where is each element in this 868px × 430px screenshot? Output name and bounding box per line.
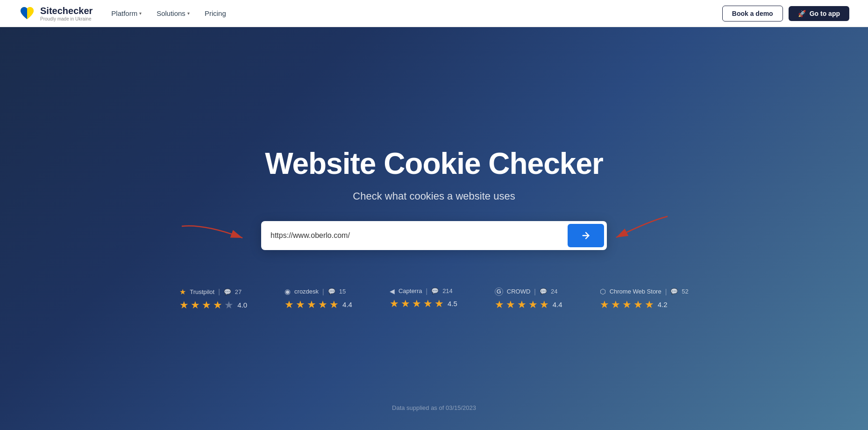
comment-icon: 💬 xyxy=(670,288,678,295)
rating-crozdesk: ◉ crozdesk | 💬 15 ★ ★ ★ ★ ★ 4.4 xyxy=(285,287,352,311)
rating-chrome-webstore: ⬡ Chrome Web Store | 💬 52 ★ ★ ★ ★ ★ 4.2 xyxy=(600,287,689,311)
chrome-icon: ⬡ xyxy=(600,287,606,296)
search-submit-button[interactable] xyxy=(568,224,604,247)
chevron-down-icon: ▾ xyxy=(187,11,190,16)
nav-platform[interactable]: Platform ▾ xyxy=(111,9,142,17)
navbar-right: Book a demo 🚀 Go to app xyxy=(722,6,849,22)
crozdesk-icon: ◉ xyxy=(285,287,291,296)
comment-icon: 💬 xyxy=(431,287,439,294)
comment-icon: 💬 xyxy=(224,288,231,295)
comment-icon: 💬 xyxy=(540,288,547,295)
hero-subtitle: Check what cookies a website uses xyxy=(353,190,515,202)
ratings-row: ★ Trustpilot | 💬 27 ★ ★ ★ ★ ★ 4.0 ◉ croz… xyxy=(179,287,689,311)
hero-title: Website Cookie Checker xyxy=(265,146,603,181)
chevron-down-icon: ▾ xyxy=(139,11,142,16)
search-box xyxy=(261,221,607,250)
hero-section: Website Cookie Checker Check what cookie… xyxy=(0,0,868,430)
rating-g2crowd: G CROWD | 💬 24 ★ ★ ★ ★ ★ 4.4 xyxy=(495,287,562,311)
arrow-right-indicator xyxy=(602,212,672,249)
logo-name: Sitechecker xyxy=(40,6,92,16)
arrow-left-indicator xyxy=(177,222,252,250)
arrow-right-icon xyxy=(581,230,591,241)
navbar: Sitechecker Proudly made in Ukraine Plat… xyxy=(0,0,868,27)
nav-solutions[interactable]: Solutions ▾ xyxy=(157,9,190,17)
go-to-app-button[interactable]: 🚀 Go to app xyxy=(789,6,849,21)
logo-icon xyxy=(19,5,36,22)
g2crowd-icon: G xyxy=(495,287,503,296)
rating-trustpilot: ★ Trustpilot | 💬 27 ★ ★ ★ ★ ★ 4.0 xyxy=(179,287,247,311)
url-search-input[interactable] xyxy=(261,223,565,248)
logo-text: Sitechecker Proudly made in Ukraine xyxy=(40,6,92,22)
logo-area[interactable]: Sitechecker Proudly made in Ukraine xyxy=(19,5,92,22)
search-container xyxy=(261,221,607,250)
comment-icon: 💬 xyxy=(328,288,335,295)
rating-capterra: ◀ Capterra | 💬 214 ★ ★ ★ ★ ★ 4.5 xyxy=(390,287,457,310)
nav-links: Platform ▾ Solutions ▾ Pricing xyxy=(111,9,226,17)
data-note: Data supplied as of 03/15/2023 xyxy=(392,404,476,411)
logo-sub: Proudly made in Ukraine xyxy=(40,16,92,22)
nav-pricing[interactable]: Pricing xyxy=(205,9,226,17)
book-demo-button[interactable]: Book a demo xyxy=(722,6,783,22)
capterra-icon: ◀ xyxy=(390,287,395,295)
navbar-left: Sitechecker Proudly made in Ukraine Plat… xyxy=(19,5,226,22)
rocket-icon: 🚀 xyxy=(798,10,806,17)
trustpilot-icon: ★ xyxy=(179,287,186,296)
